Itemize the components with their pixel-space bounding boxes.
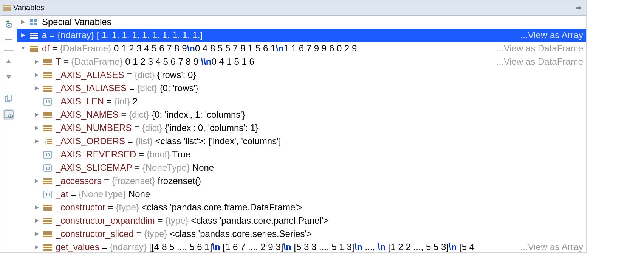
tree-row[interactable]: 123_AXIS_ORDERS = {list} <class 'list'>:…	[17, 135, 586, 148]
tree-row[interactable]: T = {DataFrame} 0 1 2 3 4 5 6 7 8 9 \\n0…	[17, 55, 586, 68]
chevron-right-icon[interactable]	[33, 58, 40, 66]
svg-rect-25	[43, 72, 52, 74]
chevron-right-icon[interactable]	[33, 203, 40, 212]
bars-icon	[30, 46, 40, 52]
tree-row[interactable]: _constructor_expanddim = {type} <class '…	[17, 214, 586, 227]
svg-rect-16	[30, 33, 38, 34]
panel-title: Variables	[13, 3, 44, 12]
svg-rect-2	[3, 9, 11, 11]
chevron-right-icon[interactable]	[19, 18, 27, 26]
bars-icon	[43, 72, 53, 78]
svg-rect-0	[3, 5, 11, 6]
tree-row[interactable]: _AXIS_ALIASES = {dict} {'rows': 0}	[17, 68, 586, 82]
tree-row[interactable]: _constructor_sliced = {type} <class 'pan…	[17, 227, 586, 241]
move-down-button[interactable]	[3, 72, 14, 82]
row-label: _AXIS_SLICEMAP = {NoneType} None	[56, 161, 583, 174]
svg-rect-58	[43, 220, 52, 222]
svg-rect-57	[43, 218, 52, 219]
row-label: a = {ndarray} [ 1. 1. 1. 1. 1. 1. 1. 1. …	[42, 29, 517, 42]
toolbar-divider	[4, 50, 14, 51]
binary-icon: 10	[43, 98, 53, 106]
svg-rect-38	[43, 130, 52, 131]
duplicate-watch-button[interactable]	[3, 93, 14, 104]
remove-watch-button[interactable]	[3, 34, 14, 45]
chevron-right-icon[interactable]	[33, 84, 40, 93]
row-label: _constructor_sliced = {type} <class 'pan…	[56, 227, 583, 240]
svg-rect-26	[43, 75, 52, 76]
chevron-right-icon[interactable]	[33, 124, 40, 132]
tree-row[interactable]: 10_at = {NoneType} None	[17, 188, 586, 201]
view-as-link[interactable]: ...View as Array	[520, 29, 583, 42]
row-label: _AXIS_NAMES = {dict} {0: 'index', 1: 'co…	[56, 108, 583, 121]
chevron-right-icon[interactable]	[33, 216, 40, 225]
tree-row[interactable]: 10_AXIS_SLICEMAP = {NoneType} None	[17, 161, 586, 174]
chevron-right-icon[interactable]	[33, 110, 40, 119]
svg-rect-8	[7, 95, 12, 100]
chevron-right-icon[interactable]	[33, 71, 40, 79]
row-label: _AXIS_ALIASES = {dict} {'rows': 0}	[56, 68, 583, 81]
chevron-right-icon[interactable]	[33, 137, 40, 146]
svg-rect-65	[43, 249, 52, 251]
svg-rect-29	[43, 88, 52, 89]
view-as-link[interactable]: ...View as Array	[520, 241, 583, 252]
bars-icon	[43, 205, 53, 211]
bars-icon	[43, 244, 53, 251]
chevron-right-icon[interactable]	[33, 177, 40, 185]
svg-rect-62	[43, 236, 52, 237]
svg-rect-43	[47, 141, 52, 142]
bars-icon	[43, 218, 53, 224]
svg-rect-12	[30, 19, 33, 22]
tree-row[interactable]: _accessors = {frozenset} frozenset()	[17, 174, 586, 188]
binary-icon: 10	[43, 191, 53, 198]
new-watch-button[interactable]	[3, 19, 14, 29]
listnum-icon: 123	[43, 138, 53, 145]
binary-icon: 10	[43, 151, 53, 159]
row-label: _AXIS_ORDERS = {list} <class 'list'>: ['…	[56, 135, 583, 148]
svg-rect-3	[581, 6, 581, 10]
svg-text:10: 10	[45, 153, 50, 157]
svg-text:10: 10	[45, 193, 50, 197]
tree-row[interactable]: df = {DataFrame} 0 1 2 3 4 5 6 7 8 9\n0 …	[17, 42, 586, 55]
show-watches-button[interactable]	[3, 109, 14, 120]
row-label: _AXIS_LEN = {int} 2	[56, 95, 583, 108]
tree-row[interactable]: get_values = {ndarray} [[4 8 5 ..., 5 6 …	[17, 241, 586, 252]
tree-row[interactable]: _constructor = {type} <class 'pandas.cor…	[17, 201, 586, 214]
tree-row[interactable]: _AXIS_NAMES = {dict} {0: 'index', 1: 'co…	[17, 108, 586, 121]
svg-rect-49	[43, 178, 52, 180]
pin-icon[interactable]	[576, 5, 583, 11]
panel-body: Special Variablesa = {ndarray} [ 1. 1. 1…	[0, 16, 586, 252]
chevron-right-icon[interactable]	[33, 243, 40, 252]
row-label: _constructor = {type} <class 'pandas.cor…	[56, 201, 583, 214]
chevron-right-icon[interactable]	[33, 230, 40, 238]
tree-row[interactable]: _AXIS_IALIASES = {dict} {0: 'rows'}	[17, 82, 586, 95]
tree-row[interactable]: 10_AXIS_LEN = {int} 2	[17, 95, 586, 108]
left-toolbar	[0, 16, 17, 252]
bars-icon	[43, 86, 53, 92]
chevron-right-icon[interactable]	[19, 31, 27, 40]
chevron-down-icon[interactable]	[19, 44, 27, 53]
svg-rect-18	[30, 37, 38, 39]
panel-header: Variables	[0, 0, 586, 16]
row-label: Special Variables	[42, 16, 583, 28]
row-label: _at = {NoneType} None	[56, 188, 583, 201]
view-as-link[interactable]: ...View as DataFrame	[496, 42, 583, 55]
svg-rect-36	[43, 125, 52, 127]
svg-rect-56	[43, 209, 52, 211]
tree-row[interactable]: Special Variables	[17, 16, 586, 29]
move-up-button[interactable]	[3, 56, 14, 67]
bars-icon	[43, 231, 53, 237]
svg-point-11	[10, 115, 11, 117]
svg-rect-27	[43, 77, 52, 78]
toolbar-divider	[4, 88, 14, 88]
view-as-link[interactable]: ...View as DataFrame	[496, 55, 583, 68]
svg-text:10: 10	[45, 100, 50, 104]
variables-panel: Variables	[0, 0, 587, 253]
variables-tree[interactable]: Special Variablesa = {ndarray} [ 1. 1. 1…	[17, 16, 586, 252]
tree-row[interactable]: 10_AXIS_REVERSED = {bool} True	[17, 148, 586, 161]
grid-icon	[30, 19, 40, 26]
svg-rect-59	[43, 223, 52, 224]
row-label: _constructor_expanddim = {type} <class '…	[56, 214, 583, 227]
svg-rect-44	[47, 143, 52, 144]
tree-row[interactable]: _AXIS_NUMBERS = {dict} {'index': 0, 'col…	[17, 121, 586, 135]
tree-row[interactable]: a = {ndarray} [ 1. 1. 1. 1. 1. 1. 1. 1. …	[17, 29, 586, 42]
